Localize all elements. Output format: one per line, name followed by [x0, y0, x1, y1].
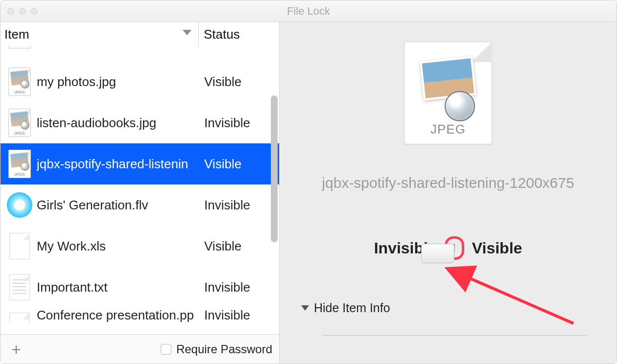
add-button[interactable]: ＋ [7, 339, 25, 360]
row-status: Invisible [199, 308, 279, 322]
document-file-icon [9, 233, 30, 259]
file-preview-icon: JPEG [404, 42, 492, 144]
table-row[interactable]: Important.txtInvisible [0, 267, 279, 308]
window-body: Item Status JPEGJPEGmy photos.jpgVisible… [0, 22, 617, 364]
zoom-icon[interactable] [31, 8, 38, 15]
close-icon[interactable] [7, 8, 14, 15]
column-header-item-label: Item [4, 27, 29, 42]
sort-chevron-icon[interactable] [183, 30, 191, 35]
annotation-arrow-icon [427, 265, 603, 343]
annotation-highlight [445, 236, 464, 260]
jpeg-file-icon: JPEG [8, 109, 31, 137]
disclosure-triangle-icon [301, 305, 309, 311]
visibility-toggle[interactable] [454, 243, 455, 252]
require-password-label: Require Password [176, 342, 272, 356]
visibility-toggle-group: Invisible Visible [374, 236, 522, 260]
row-file-name: jqbx-spotify-shared-listenin [34, 157, 199, 172]
column-header-item[interactable]: Item [0, 22, 199, 46]
traffic-lights [7, 8, 38, 15]
row-icon: JPEG [5, 109, 34, 137]
table-row[interactable]: Girls' Generation.flvInvisible [0, 184, 279, 226]
row-file-name: My Work.xls [34, 239, 199, 254]
video-file-icon [7, 192, 32, 218]
row-status: Invisible [199, 198, 279, 213]
table-row[interactable]: Conference presentation.ppInvisible [0, 308, 279, 322]
file-list: JPEGJPEGmy photos.jpgVisibleJPEGlisten-a… [0, 46, 279, 334]
row-icon [5, 192, 34, 218]
file-list-pane: Item Status JPEGJPEGmy photos.jpgVisible… [0, 22, 280, 364]
document-file-icon [9, 313, 30, 322]
toggle-knob-icon [421, 244, 454, 263]
scrollbar-thumb[interactable] [271, 95, 278, 242]
table-row[interactable]: JPEGlisten-audiobooks.jpgInvisible [0, 102, 279, 143]
checkbox-icon [161, 344, 171, 355]
file-type-label: JPEG [430, 122, 466, 137]
column-header-status[interactable]: Status [199, 27, 279, 42]
row-status: Visible [199, 157, 279, 172]
table-row[interactable]: JPEGmy photos.jpgVisible [0, 61, 279, 102]
table-row[interactable]: JPEG [0, 46, 279, 61]
visible-label: Visible [472, 239, 522, 257]
row-file-name: Conference presentation.pp [34, 308, 199, 322]
jpeg-file-icon: JPEG [8, 68, 31, 96]
row-file-name: listen-audiobooks.jpg [34, 115, 199, 131]
row-status: Invisible [199, 115, 279, 131]
row-icon [5, 233, 34, 259]
window-title: File Lock [0, 5, 617, 18]
jpeg-file-icon: JPEG [8, 150, 31, 178]
titlebar[interactable]: File Lock [0, 0, 617, 22]
row-icon [5, 313, 34, 322]
detail-pane: JPEG jqbx-spotify-shared-listening-1200x… [280, 22, 617, 364]
jpeg-file-icon: JPEG [8, 46, 31, 48]
column-header-status-label: Status [204, 27, 240, 42]
app-window: File Lock Item Status JPEGJPEGmy photos.… [0, 0, 617, 364]
table-row[interactable]: My Work.xlsVisible [0, 226, 279, 267]
hide-item-info-label: Hide Item Info [314, 301, 390, 315]
table-row[interactable]: JPEGjqbx-spotify-shared-listeninVisible [0, 143, 279, 184]
row-icon: JPEG [5, 68, 34, 96]
detail-file-name: jqbx-spotify-shared-listening-1200x675 [322, 175, 574, 191]
row-file-name: my photos.jpg [34, 74, 199, 90]
table-header: Item Status [0, 22, 279, 46]
row-status: Visible [199, 74, 279, 90]
divider [323, 335, 587, 336]
row-file-name: Important.txt [34, 280, 199, 295]
require-password-checkbox[interactable]: Require Password [161, 342, 272, 356]
row-file-name: Girls' Generation.flv [34, 198, 199, 213]
row-icon: JPEG [5, 150, 34, 178]
row-status: Invisible [199, 280, 279, 295]
row-icon: JPEG [5, 46, 34, 48]
row-status: Visible [199, 239, 279, 254]
list-footer: ＋ Require Password [0, 334, 279, 364]
hide-item-info-toggle[interactable]: Hide Item Info [301, 301, 390, 315]
minimize-icon[interactable] [19, 8, 26, 15]
row-icon [5, 274, 34, 300]
text-file-icon [9, 274, 30, 300]
loupe-icon [445, 91, 475, 121]
